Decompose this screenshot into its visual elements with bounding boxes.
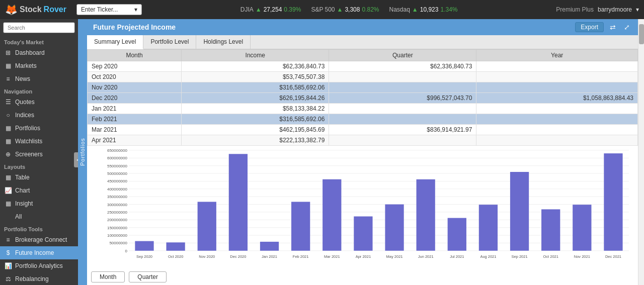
bar-Jun-2021[interactable] bbox=[417, 179, 435, 251]
sidebar-item-all[interactable]: All bbox=[0, 210, 78, 223]
tab-holdings[interactable]: Holdings Level bbox=[196, 35, 251, 49]
sidebar-item-dashboard[interactable]: ⊞ Dashboard bbox=[0, 46, 78, 59]
bar-Oct-2020[interactable] bbox=[166, 242, 185, 251]
user-dropdown-icon[interactable]: ▾ bbox=[636, 6, 639, 13]
bar-label-Dec-2020: Dec 2020 bbox=[230, 254, 246, 259]
bar-Sep-2021[interactable] bbox=[510, 172, 529, 251]
index-name: DJIA bbox=[240, 6, 254, 13]
ticker-input[interactable]: Enter Ticker... ▾ bbox=[76, 4, 142, 15]
cell-quarter: $996,527,043.70 bbox=[329, 93, 476, 104]
portfolio-strip[interactable]: Portfolios bbox=[78, 19, 87, 285]
top-right: Premium Plus barrydmoore ▾ bbox=[556, 6, 639, 13]
sidebar-item-table[interactable]: ▦ Table bbox=[0, 171, 78, 184]
bar-Oct-2021[interactable] bbox=[541, 209, 560, 250]
cell-quarter bbox=[329, 135, 476, 146]
sidebar-item-brokerage-connect[interactable]: ≡ Brokerage Connect bbox=[0, 233, 78, 246]
cell-month: Nov 2020 bbox=[88, 82, 182, 93]
export-button[interactable]: Export bbox=[575, 22, 604, 32]
bar-Feb-2021[interactable] bbox=[291, 202, 310, 250]
svg-text:600000000: 600000000 bbox=[107, 156, 128, 160]
chart-footer: MonthQuarter bbox=[91, 268, 634, 285]
cell-income: $53,745,507.38 bbox=[182, 72, 329, 82]
table-header-month: Month bbox=[88, 50, 182, 61]
cell-year bbox=[476, 135, 638, 146]
chart-icon: 📈 bbox=[4, 186, 12, 195]
sidebar-search[interactable] bbox=[0, 19, 78, 36]
bar-label-Jan-2021: Jan 2021 bbox=[262, 254, 277, 259]
bar-Jan-2021[interactable] bbox=[260, 242, 279, 251]
cell-year bbox=[476, 61, 638, 72]
svg-text:50000000: 50000000 bbox=[109, 241, 127, 245]
table-row: Apr 2021$222,133,382.79 bbox=[88, 135, 638, 146]
expand-icon[interactable]: ⤢ bbox=[622, 22, 632, 32]
svg-text:550000000: 550000000 bbox=[107, 164, 128, 168]
bar-label-Feb-2021: Feb 2021 bbox=[293, 254, 309, 259]
arrow-icon[interactable]: ⇄ bbox=[608, 22, 618, 32]
index-djia: DJIA ▲ 27,254 0.39% bbox=[240, 6, 301, 13]
bar-label-Jul-2021: Jul 2021 bbox=[450, 254, 464, 259]
bar-Apr-2021[interactable] bbox=[354, 217, 372, 251]
sidebar-item-portfolio-analytics[interactable]: 📊 Portfolio Analytics bbox=[0, 259, 78, 272]
bar-label-Mar-2021: Mar 2021 bbox=[324, 254, 340, 259]
sidebar-item-screeners[interactable]: ⊕ Screeners bbox=[0, 148, 78, 161]
bar-Dec-2021[interactable] bbox=[604, 153, 622, 251]
svg-text:0: 0 bbox=[125, 249, 127, 253]
markets-icon: ▦ bbox=[4, 62, 12, 70]
portfolio-analytics-icon: 📊 bbox=[4, 262, 12, 270]
sidebar-item-rebalancing[interactable]: ⚖ Rebalancing bbox=[0, 272, 78, 285]
svg-text:200000000: 200000000 bbox=[107, 218, 128, 222]
svg-text:250000000: 250000000 bbox=[107, 210, 128, 215]
bar-Mar-2021[interactable] bbox=[323, 179, 341, 251]
future-income-icon: $ bbox=[4, 249, 12, 257]
main-layout: Today's Market⊞ Dashboard▦ Markets≡ News… bbox=[0, 19, 644, 285]
table-row: Sep 2020$62,336,840.73$62,336,840.73 bbox=[88, 61, 638, 72]
right-scrollbar[interactable] bbox=[638, 19, 644, 285]
sidebar-item-label: All bbox=[15, 213, 22, 220]
index-change: 0.82% bbox=[362, 6, 379, 13]
bar-Nov-2021[interactable] bbox=[573, 205, 591, 251]
sidebar-item-portfolios[interactable]: ▦ Portfolios bbox=[0, 122, 78, 135]
sidebar-item-watchlists[interactable]: ▦ Watchlists bbox=[0, 135, 78, 148]
cell-income: $462,195,845.69 bbox=[182, 125, 329, 135]
index-change: 0.39% bbox=[284, 6, 301, 13]
sidebar-section-label: Today's Market bbox=[0, 36, 78, 46]
cell-year bbox=[476, 114, 638, 125]
bar-May-2021[interactable] bbox=[385, 205, 404, 251]
table-row: Dec 2020$626,195,844.26$996,527,043.70$1… bbox=[88, 93, 638, 104]
cell-month: Sep 2020 bbox=[88, 61, 182, 72]
sidebar-item-chart[interactable]: 📈 Chart bbox=[0, 184, 78, 197]
search-input[interactable] bbox=[3, 22, 75, 33]
sidebar-item-indices[interactable]: ○ Indices bbox=[0, 109, 78, 122]
sidebar-item-future-income[interactable]: $ Future Income bbox=[0, 246, 78, 259]
sidebar-item-markets[interactable]: ▦ Markets bbox=[0, 59, 78, 72]
sidebar-item-news[interactable]: ≡ News bbox=[0, 72, 78, 85]
logo-stock: Stock bbox=[20, 5, 42, 14]
svg-text:500000000: 500000000 bbox=[107, 171, 128, 176]
bar-label-Apr-2021: Apr 2021 bbox=[356, 254, 371, 259]
sidebar-item-label: Chart bbox=[15, 187, 30, 194]
screeners-icon: ⊕ bbox=[4, 150, 12, 158]
table-icon: ▦ bbox=[4, 173, 12, 181]
bar-Dec-2020[interactable] bbox=[229, 154, 248, 250]
tab-summary[interactable]: Summary Level bbox=[87, 35, 143, 49]
bar-Aug-2021[interactable] bbox=[479, 205, 498, 251]
sidebar-item-label: Portfolio Analytics bbox=[15, 262, 63, 269]
sidebar-item-label: Dashboard bbox=[15, 49, 45, 56]
cell-income: $316,585,692.06 bbox=[182, 114, 329, 125]
chart-container: 6500000006000000005500000005000000004500… bbox=[87, 146, 638, 285]
cell-year bbox=[476, 72, 638, 82]
cell-month: Jan 2021 bbox=[88, 104, 182, 114]
chart-filter-quarter[interactable]: Quarter bbox=[129, 271, 167, 282]
chart-filter-month[interactable]: Month bbox=[91, 271, 125, 282]
svg-text:350000000: 350000000 bbox=[107, 195, 128, 199]
indices-icon: ○ bbox=[4, 111, 12, 119]
bar-Jul-2021[interactable] bbox=[448, 218, 466, 251]
tab-portfolio[interactable]: Portfolio Level bbox=[143, 35, 196, 49]
sidebar-collapse-button[interactable]: ◀ bbox=[74, 152, 78, 167]
sidebar-item-insight[interactable]: ▦ Insight bbox=[0, 197, 78, 210]
bar-Sep-2020[interactable] bbox=[135, 241, 153, 251]
content-header: Future Projected Income Export ⇄ ⤢ bbox=[87, 19, 638, 35]
cell-quarter: $62,336,840.73 bbox=[329, 61, 476, 72]
bar-Nov-2020[interactable] bbox=[198, 202, 216, 250]
sidebar-item-quotes[interactable]: ☰ Quotes bbox=[0, 96, 78, 109]
